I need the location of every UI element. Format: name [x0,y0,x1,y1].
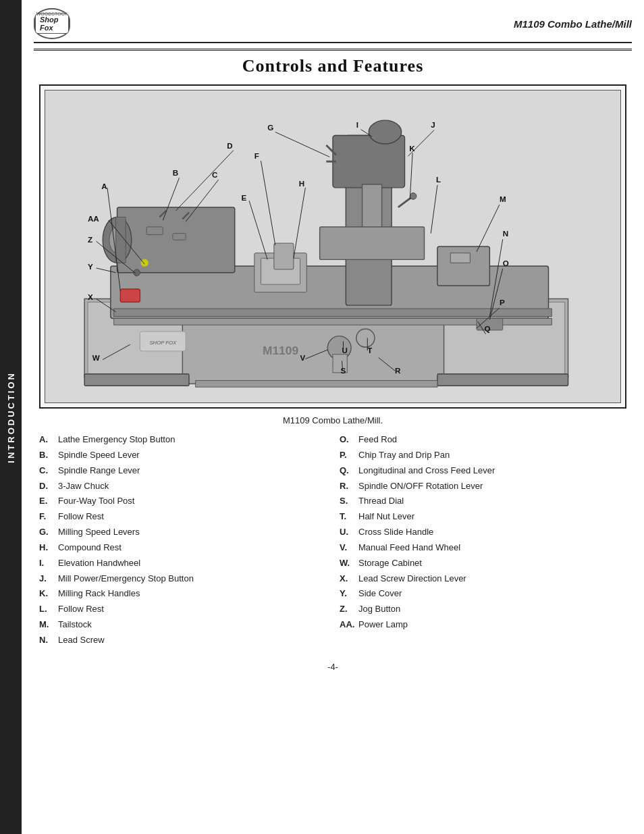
svg-text:AA: AA [88,214,99,223]
feature-key: I. [39,557,58,570]
svg-text:E: E [241,193,246,202]
header-title: M1109 Combo Lathe/Mill [514,18,632,30]
feature-key: T. [340,511,358,523]
feature-key: N. [39,634,58,647]
list-item: C.Spindle Range Lever [39,465,326,477]
list-item: T.Half Nut Lever [340,511,626,523]
svg-line-60 [176,151,234,211]
svg-point-34 [356,329,375,347]
feature-key: Q. [340,465,358,477]
main-content: WOODSTOCK Shop Fox M1109 Combo Lathe/Mil… [22,0,644,685]
list-item: N.Lead Screw [39,634,326,647]
svg-line-76 [431,185,437,234]
svg-line-74 [410,153,412,200]
list-item: U.Cross Slide Handle [340,526,626,539]
sidebar: INTRODUCTION [0,0,22,834]
feature-val: Longitudinal and Cross Feed Lever [358,465,495,477]
feature-val: Compound Rest [58,542,122,554]
feature-val: Lead Screw [58,634,105,647]
svg-text:M1109: M1109 [263,344,299,357]
svg-rect-25 [146,227,163,235]
list-item: X.Lead Screw Direction Lever [340,573,626,585]
svg-line-64 [261,161,275,245]
page-number: -4- [34,662,632,672]
feature-val: Lead Screw Direction Lever [358,573,466,585]
feature-val: Cross Slide Handle [358,526,433,539]
feature-key: V. [340,542,358,554]
svg-text:O: O [503,259,509,267]
svg-rect-27 [274,243,294,269]
svg-rect-26 [173,234,186,240]
page-title: Controls and Features [34,56,632,76]
list-item: O.Feed Rod [340,434,626,446]
svg-rect-18 [114,309,552,317]
svg-text:N: N [503,229,508,238]
feature-key: D. [39,480,58,493]
feature-key: AA. [340,619,358,631]
list-item: V.Manual Feed Hand Wheel [340,542,626,554]
feature-val: Spindle ON/OFF Rotation Lever [358,480,483,493]
svg-line-66 [275,132,329,157]
feature-val: Follow Rest [58,603,104,616]
list-item: S.Thread Dial [340,495,626,508]
diagram-inner: M1109 SHOP FOX A AA Z Y [45,90,621,403]
feature-val: Storage Cabinet [358,557,422,570]
list-item: AA.Power Lamp [340,619,626,631]
feature-key: R. [340,480,358,493]
feature-key: C. [39,465,58,477]
svg-text:Z: Z [88,235,92,244]
svg-line-23 [398,197,411,207]
svg-rect-17 [450,253,470,263]
list-item: P.Chip Tray and Drip Pan [340,449,626,462]
svg-line-78 [477,205,500,252]
svg-text:SHOP FOX: SHOP FOX [149,340,177,346]
features-section: A.Lathe Emergency Stop ButtonB.Spindle S… [39,434,626,650]
feature-val: Tailstock [58,619,92,631]
feature-key: H. [39,542,58,554]
svg-line-68 [294,188,305,259]
list-item: R.Spindle ON/OFF Rotation Lever [340,480,626,493]
svg-text:P: P [500,298,505,307]
list-item: F.Follow Rest [39,511,326,523]
svg-line-62 [249,201,267,259]
feature-key: K. [39,588,58,600]
svg-text:R: R [395,366,401,375]
feature-key: X. [340,573,358,585]
feature-val: Feed Rod [358,434,397,446]
list-item: K.Milling Rack Handles [39,588,326,600]
svg-text:Y: Y [88,262,93,271]
feature-val: Follow Rest [58,511,104,523]
svg-text:U: U [342,346,348,355]
svg-text:H: H [299,179,304,188]
svg-text:A: A [101,182,107,190]
list-item: Q.Longitudinal and Cross Feed Lever [340,465,626,477]
feature-key: O. [340,434,358,446]
svg-rect-16 [437,246,489,286]
list-item: Z.Jog Button [340,603,626,616]
svg-text:M: M [500,194,506,203]
list-item: L.Follow Rest [39,603,326,616]
feature-val: Manual Feed Hand Wheel [358,542,460,554]
svg-point-24 [410,193,417,200]
list-item: H.Compound Rest [39,542,326,554]
svg-rect-13 [333,135,405,187]
page-header: WOODSTOCK Shop Fox M1109 Combo Lathe/Mil… [34,8,632,43]
svg-rect-9 [116,217,126,263]
svg-text:I: I [356,120,358,129]
svg-text:X: X [88,292,93,301]
logo: WOODSTOCK Shop Fox [34,8,70,39]
feature-val: Spindle Speed Lever [58,449,140,462]
feature-val: Milling Speed Levers [58,526,140,539]
feature-key: A. [39,434,58,446]
feature-key: F. [39,511,58,523]
feature-key: Y. [340,588,358,600]
list-item: A.Lathe Emergency Stop Button [39,434,326,446]
svg-text:J: J [431,120,435,129]
svg-text:L: L [436,175,441,184]
logo-top-text: WOODSTOCK [36,11,68,16]
list-item: E.Four-Way Tool Post [39,495,326,508]
sidebar-label: INTRODUCTION [6,371,16,463]
svg-rect-4 [182,319,444,384]
svg-rect-28 [120,289,140,302]
feature-key: U. [340,526,358,539]
